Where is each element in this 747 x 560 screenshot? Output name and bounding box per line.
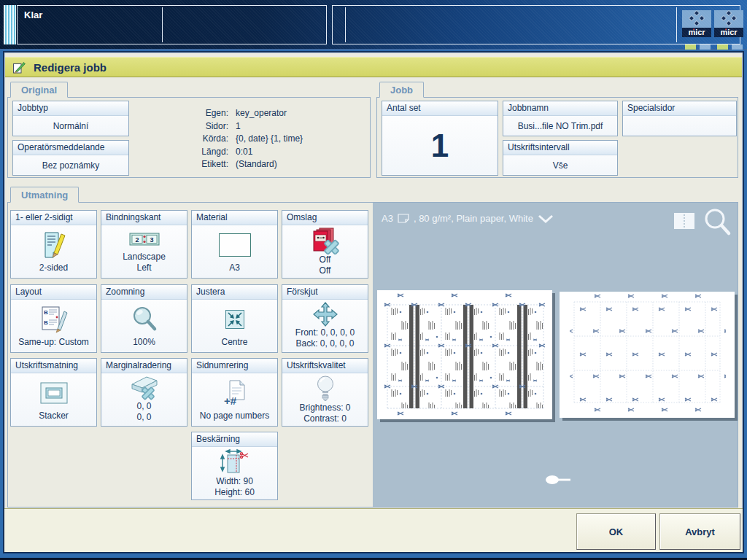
covers-button[interactable]: Omslag <box>282 210 368 279</box>
specialsidor-button[interactable]: Specialsidor <box>622 101 737 136</box>
svg-text:micr: micr <box>720 28 738 36</box>
utskriftsintervall-value: Vše <box>553 160 568 171</box>
zoom-button[interactable]: Zoomning 100% <box>101 284 187 353</box>
covers-off-icon <box>282 225 368 254</box>
dialog-title-bar: Redigera jobb <box>5 57 742 77</box>
sheet-front-preview <box>377 290 552 419</box>
margin-erase-button[interactable]: Marginalradering 0, 00, 0 <box>101 358 187 427</box>
antal-set-value: 1 <box>431 128 449 164</box>
tab-jobb[interactable]: Jobb <box>379 82 424 98</box>
info-row: Längd:0:01 <box>173 146 368 159</box>
job-info-list: Egen:key_operator Sidor:1 Körda:{0, date… <box>173 107 368 171</box>
tab-original[interactable]: Original <box>10 82 68 98</box>
paper-size-label: A3 <box>382 213 393 224</box>
cancel-button[interactable]: Avbryt <box>659 513 740 550</box>
layout-icon: B B <box>11 300 96 337</box>
utskriftsintervall-button[interactable]: Utskriftsintervall Vše <box>503 140 618 176</box>
svg-text:micr: micr <box>688 28 705 36</box>
print-quality-button[interactable]: Utskriftskvalitet Brightness: 0Contrast:… <box>282 358 368 427</box>
info-row: Egen:key_operator <box>173 107 368 120</box>
micr-icon: micr <box>714 10 743 38</box>
svg-text:2: 2 <box>135 236 139 244</box>
layout-button[interactable]: Layout B B Same-up: Cust <box>10 284 97 353</box>
edit-job-dialog: Redigera jobb Original Jobbtyp Normální … <box>0 50 747 558</box>
magnifier-icon <box>703 207 733 238</box>
page-numbering-button[interactable]: Sidnumrering +# No page numbers <box>191 358 278 427</box>
dialog-footer: OK Avbryt <box>4 508 743 552</box>
preview-pane: A3 , 80 g/m², Plain paper, White <box>373 203 738 507</box>
dialog-frame: Redigera jobb Original Jobbtyp Normální … <box>3 51 744 553</box>
page-title: Redigera jobb <box>34 61 107 74</box>
info-row: Etikett:(Standard) <box>173 158 368 171</box>
svg-text:B: B <box>44 319 48 326</box>
edit-job-icon <box>12 61 26 74</box>
material-icon <box>192 225 277 262</box>
sides-button[interactable]: 1- eller 2-sidigt 2-sided <box>10 210 97 279</box>
zoom-preview-button[interactable] <box>703 207 733 241</box>
output-settings-grid: 1- eller 2-sidigt 2-sided Bindningskan <box>8 203 373 507</box>
status-panel-left: Klar <box>17 5 327 44</box>
tab-utmatning[interactable]: Utmatning <box>10 187 79 203</box>
booklet-view-button[interactable] <box>673 211 695 233</box>
shift-icon <box>282 300 368 327</box>
ok-button[interactable]: OK <box>576 513 656 550</box>
operator-message-value: Bez poznámky <box>42 160 100 171</box>
status-divider <box>162 7 163 42</box>
info-row: Sidor:1 <box>173 120 368 133</box>
antal-set-button[interactable]: Antal set 1 <box>382 101 498 176</box>
svg-text:B: B <box>44 309 48 316</box>
trim-icon <box>192 447 277 476</box>
micr-icon: micr <box>682 10 711 38</box>
trim-button[interactable]: Beskärning <box>191 432 278 500</box>
activity-stripes-icon <box>4 5 16 44</box>
utmatning-panel: Utmatning 1- eller 2-sidigt <box>7 187 738 508</box>
status-panel-right: micr micr <box>332 5 740 44</box>
sheet-back-preview <box>560 292 735 418</box>
svg-text:+#: +# <box>224 394 237 407</box>
original-panel: Original Jobbtyp Normální Operatörsmedde… <box>7 82 371 179</box>
zoom-icon <box>101 300 187 337</box>
status-text: Klar <box>24 9 42 20</box>
booklet-icon <box>673 211 695 230</box>
paper-sheet-icon <box>398 214 409 223</box>
top-status-bar: Klar micr <box>0 0 747 50</box>
output-tray-button[interactable]: Utskriftsmatning Stacker <box>10 358 97 427</box>
jobb-panel: Jobb Antal set 1 Jobbnamn Busi...file NO… <box>376 82 738 179</box>
margin-erase-icon <box>101 373 187 401</box>
print-quality-icon <box>282 373 368 402</box>
original-panel-body: Jobbtyp Normální Operatörsmeddelande Bez… <box>7 97 371 178</box>
plug-icon <box>544 474 573 489</box>
align-icon <box>192 300 277 337</box>
status-divider <box>345 7 346 42</box>
utmatning-panel-body: 1- eller 2-sidigt 2-sided Bindningskan <box>7 202 738 508</box>
chevron-down-icon <box>538 214 554 223</box>
binding-edge-button[interactable]: Bindningskant 2 3 LandscapeLeft <box>101 210 187 279</box>
jobb-panel-body: Antal set 1 Jobbnamn Busi...file NO Trim… <box>376 97 738 178</box>
align-button[interactable]: Justera <box>191 284 278 353</box>
operator-message-button[interactable]: Operatörsmeddelande Bez poznámky <box>12 140 129 176</box>
jobbnamn-value: Busi...file NO Trim.pdf <box>518 121 603 131</box>
svg-text:3: 3 <box>150 236 153 244</box>
material-button[interactable]: Material A3 <box>191 210 278 279</box>
jobbtyp-value: Normální <box>53 121 89 131</box>
info-row: Körda:{0, date} {1, time} <box>173 133 368 146</box>
shift-button[interactable]: Förskjut Front: 0, 0, 0, 0Back: 0, 0, 0,… <box>282 284 368 353</box>
micr-status-tile-left: micr <box>682 10 711 41</box>
output-tray-icon <box>11 373 96 411</box>
jobbtyp-button[interactable]: Jobbtyp Normální <box>12 101 129 136</box>
jobbnamn-button[interactable]: Jobbnamn Busi...file NO Trim.pdf <box>503 101 618 136</box>
paper-details-label: , 80 g/m², Plain paper, White <box>414 213 533 224</box>
paper-selector[interactable]: A3 , 80 g/m², Plain paper, White <box>382 213 554 224</box>
two-sided-icon <box>11 225 96 262</box>
page-numbers-icon: +# <box>192 373 277 411</box>
binding-edge-icon: 2 3 <box>101 225 187 252</box>
status-divider <box>676 7 677 42</box>
micr-status-tile-right: micr <box>714 10 743 41</box>
